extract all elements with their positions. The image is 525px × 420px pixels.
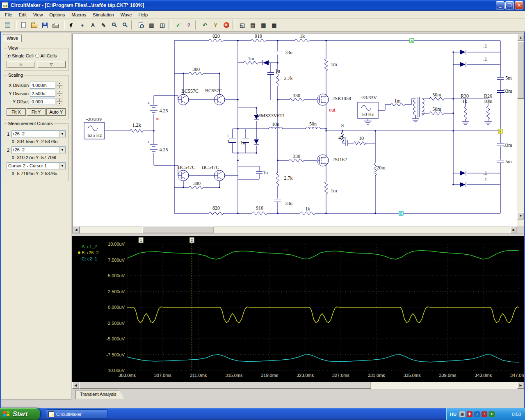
probe-tool-button[interactable]: Y bbox=[210, 20, 221, 30]
scrollbar-thumb[interactable] bbox=[517, 41, 524, 99]
dropdown-arrow-icon[interactable]: ▼ bbox=[59, 163, 65, 169]
spin-down-icon[interactable]: ▼ bbox=[57, 85, 62, 89]
tab-wave[interactable]: Wave bbox=[3, 34, 22, 42]
menu-macros[interactable]: Macros bbox=[68, 11, 89, 18]
next-cell-button[interactable]: ▽ bbox=[37, 61, 66, 68]
taskbar: Start CircuitMaker HU ▣✚♪◔✦ 8:58 bbox=[0, 408, 525, 420]
spin-up-icon[interactable]: ▲ bbox=[57, 82, 62, 85]
schematic-horizontal-scrollbar[interactable]: ◀ ▶ bbox=[73, 226, 517, 233]
tray-antivirus-icon[interactable]: ✚ bbox=[467, 411, 472, 417]
stop-simulation-icon bbox=[224, 22, 229, 28]
digital-panel-button[interactable]: ▤ bbox=[248, 20, 258, 30]
spin-up-icon[interactable]: ▲ bbox=[57, 98, 62, 102]
svg-text:+: + bbox=[227, 134, 229, 138]
dropdown-arrow-icon[interactable]: ▼ bbox=[59, 131, 65, 137]
legend-r26_2[interactable]: B: r26_2 bbox=[78, 249, 99, 256]
waveform-horizontal-scrollbar[interactable]: ◀ ▶ bbox=[72, 382, 524, 389]
menu-simulation[interactable]: Simulation bbox=[89, 11, 117, 18]
legend-c2_1[interactable]: C: c2_1 bbox=[78, 256, 99, 262]
tray-display-icon[interactable]: ▣ bbox=[459, 411, 465, 417]
tab-transient-analysis[interactable]: Transient Analysis bbox=[75, 390, 124, 399]
menu-wave[interactable]: Wave bbox=[117, 11, 135, 18]
cursor-1-signal-select[interactable]: r26_2 ▼ bbox=[11, 130, 66, 137]
save-file-button[interactable] bbox=[40, 20, 50, 30]
mixed-panel-button[interactable]: ▩ bbox=[269, 20, 279, 30]
scroll-right-icon[interactable]: ▶ bbox=[510, 226, 517, 233]
x-division-spinner[interactable]: ▲▼ bbox=[57, 82, 62, 89]
y-axis-tick-label: 5.000uV bbox=[108, 273, 125, 278]
fit-x-button[interactable]: Fit X bbox=[7, 108, 26, 116]
close-button[interactable]: ✕ bbox=[515, 1, 523, 9]
new-file-button[interactable] bbox=[18, 20, 29, 30]
schematic-vertical-scrollbar[interactable]: ▲ ▼ bbox=[517, 34, 524, 226]
taskbar-task-circuitmaker[interactable]: CircuitMaker bbox=[46, 409, 107, 419]
menu-help[interactable]: Help bbox=[135, 11, 151, 18]
edit-tool-button[interactable]: ✎ bbox=[98, 20, 109, 30]
scroll-left-icon[interactable]: ◀ bbox=[72, 382, 79, 389]
scrollbar-thumb[interactable] bbox=[142, 226, 214, 233]
schematic-canvas[interactable]: +++ 8209101k1m33u1u3002.7k1mBC557CBC557C… bbox=[73, 34, 517, 226]
select-tool-button[interactable] bbox=[66, 20, 77, 30]
radio-dot-icon bbox=[7, 54, 11, 58]
auto-y-button[interactable]: Auto Y bbox=[46, 108, 66, 116]
scroll-right-icon[interactable]: ▶ bbox=[517, 382, 524, 389]
scroll-left-icon[interactable]: ◀ bbox=[73, 226, 80, 233]
radio-single-cell[interactable]: Single Cell bbox=[7, 53, 34, 58]
parts-browser-button[interactable] bbox=[2, 20, 13, 30]
tray-volume-icon[interactable]: ♪ bbox=[474, 411, 480, 417]
spin-down-icon[interactable]: ▼ bbox=[57, 102, 62, 105]
x-division-input[interactable]: 4.000m bbox=[30, 82, 55, 89]
waveform-panel[interactable]: 10.00uV7.500uV5.000uV2.500uV0.000uV-2.50… bbox=[72, 236, 524, 382]
svg-text:+: + bbox=[147, 101, 150, 105]
y-division-spinner[interactable]: ▲▼ bbox=[57, 90, 62, 97]
y-division-label: Y Division bbox=[7, 91, 29, 96]
menu-file[interactable]: File bbox=[2, 11, 16, 18]
reset-simulation-button[interactable]: ↶ bbox=[200, 20, 210, 30]
open-file-button[interactable] bbox=[29, 20, 39, 30]
text-tool-button[interactable]: A bbox=[88, 20, 98, 30]
analog-panel-button[interactable]: ▦ bbox=[258, 20, 269, 30]
fit-y-button[interactable]: Fit Y bbox=[27, 108, 46, 116]
start-button[interactable]: Start bbox=[0, 408, 40, 420]
new-waveform-window-button[interactable]: ◱ bbox=[237, 20, 247, 30]
help-button[interactable]: ? bbox=[184, 20, 194, 30]
spin-down-icon[interactable]: ▼ bbox=[57, 94, 62, 97]
find-part-button[interactable] bbox=[136, 20, 146, 30]
desktop: { "window": { "title": "CircuitMaker - [… bbox=[0, 0, 525, 420]
y-offset-input[interactable]: 0.000 bbox=[30, 98, 55, 105]
split-view-button[interactable]: ◫ bbox=[157, 20, 167, 30]
clock[interactable]: 8:58 bbox=[512, 412, 521, 417]
tray-messenger-icon[interactable]: ✦ bbox=[489, 411, 495, 417]
scroll-up-icon[interactable]: ▲ bbox=[517, 34, 524, 41]
dropdown-arrow-icon[interactable]: ▼ bbox=[59, 147, 65, 153]
menu-options[interactable]: Options bbox=[46, 11, 68, 18]
maximize-button[interactable]: ❐ bbox=[505, 1, 514, 9]
print-button[interactable] bbox=[50, 20, 61, 30]
radio-all-cells[interactable]: All Cells bbox=[35, 53, 57, 58]
language-indicator[interactable]: HU bbox=[450, 412, 457, 417]
tile-view-button[interactable]: ▥ bbox=[146, 20, 157, 30]
check-circuit-button[interactable]: ✓ bbox=[173, 20, 183, 30]
scrollbar-thumb[interactable] bbox=[79, 382, 371, 389]
y-offset-spinner[interactable]: ▲▼ bbox=[57, 98, 62, 105]
check-circuit-icon: ✓ bbox=[176, 23, 180, 28]
windows-flag-icon bbox=[3, 411, 10, 418]
menu-edit[interactable]: Edit bbox=[16, 11, 30, 18]
tray-scheduler-icon[interactable]: ◔ bbox=[482, 411, 487, 417]
y-division-input[interactable]: 2.500u bbox=[30, 90, 55, 97]
toolbar-separator bbox=[14, 21, 17, 30]
spin-up-icon[interactable]: ▲ bbox=[57, 90, 62, 94]
cursor-2-signal-select[interactable]: r26_2 ▼ bbox=[11, 146, 66, 153]
cursor-delta-select[interactable]: Cursor 2 - Cursor 1 ▼ bbox=[7, 162, 66, 169]
stop-simulation-button[interactable] bbox=[221, 20, 231, 30]
magnifier-button[interactable] bbox=[120, 20, 130, 30]
minimize-button[interactable]: _ bbox=[496, 1, 504, 9]
wire-tool-button[interactable]: + bbox=[77, 20, 87, 30]
scroll-down-icon[interactable]: ▼ bbox=[517, 212, 524, 219]
zoom-tool-button[interactable] bbox=[109, 20, 119, 30]
previous-cell-button[interactable]: △ bbox=[7, 61, 35, 68]
waveform-plot[interactable]: 10.00uV7.500uV5.000uV2.500uV0.000uV-2.50… bbox=[72, 236, 524, 382]
menu-view[interactable]: View bbox=[30, 11, 46, 18]
legend-c1_2[interactable]: A: c1_2 bbox=[78, 243, 99, 249]
schematic-window: +++ 8209101k1m33u1u3002.7k1mBC557CBC557C… bbox=[72, 34, 524, 233]
